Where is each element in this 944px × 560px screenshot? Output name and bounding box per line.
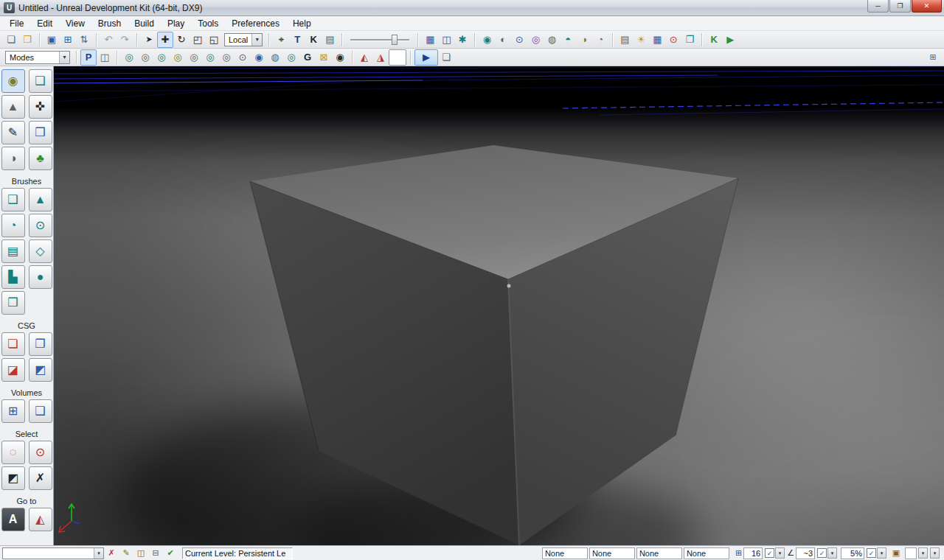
build-all-button[interactable]: ❐: [681, 32, 698, 48]
add-volume-button[interactable]: ⊞: [1, 399, 25, 423]
brush-clip-mode-button[interactable]: ◑: [1, 147, 25, 170]
build-cover-button[interactable]: ⊙: [665, 32, 681, 48]
csg-add-button[interactable]: ❏: [1, 332, 25, 356]
brush-cone-button[interactable]: ▲: [29, 188, 52, 211]
foliage-mode-button[interactable]: ♣: [29, 147, 52, 170]
maximize-viewport-button[interactable]: [389, 49, 406, 66]
build-lighting-button[interactable]: ☀: [633, 32, 649, 48]
view-group-6-button[interactable]: ◎: [202, 49, 218, 66]
scale-tool-button[interactable]: ◰: [190, 32, 206, 48]
build-geometry-button[interactable]: ▤: [617, 32, 633, 48]
static-mesh-mode-button[interactable]: ❒: [29, 121, 52, 144]
save-all-button[interactable]: ⊞: [60, 32, 76, 48]
build-status-button[interactable]: ▣: [889, 547, 903, 560]
scale-snap-field[interactable]: 5%: [841, 547, 864, 559]
split-horizontal-button[interactable]: ◫: [133, 547, 148, 560]
view-flag-3-button[interactable]: ⊙: [511, 32, 527, 48]
open-level-button[interactable]: ❒: [19, 32, 35, 48]
menu-play[interactable]: Play: [161, 17, 191, 30]
property-field-3[interactable]: None: [636, 547, 682, 559]
select-inside-button[interactable]: ◌: [1, 441, 25, 464]
realtime-toggle-button[interactable]: ◭: [356, 49, 372, 66]
csg-deintersect-button[interactable]: ◩: [29, 358, 52, 382]
brush-cylinder-button[interactable]: ⊙: [29, 214, 52, 237]
camera-mode-button[interactable]: ◉: [1, 69, 25, 93]
coordinate-system-select[interactable]: Local ▾: [224, 33, 263, 46]
clear-selection-button[interactable]: ✗: [104, 547, 119, 560]
show-flags-button[interactable]: ◉: [332, 49, 348, 66]
view-flag-7-button[interactable]: ◑: [576, 32, 592, 48]
menu-build[interactable]: Build: [128, 17, 161, 30]
brush-cube-button[interactable]: ❑: [1, 188, 25, 211]
stat-dropdown[interactable]: ▾: [918, 547, 928, 559]
lock-viewport-button[interactable]: ⊠: [316, 49, 332, 66]
rotate-tool-button[interactable]: ↻: [173, 32, 190, 48]
scale-snap-checkbox[interactable]: ✓: [867, 548, 876, 558]
select-touching-button[interactable]: ⊙: [29, 441, 52, 464]
split-view-button[interactable]: ◫: [97, 49, 113, 66]
viewport-3d[interactable]: [54, 66, 944, 545]
view-group-11-button[interactable]: ◎: [283, 49, 299, 66]
goto-builder-brush-button[interactable]: ◭: [29, 508, 52, 531]
view-group-1-button[interactable]: ◎: [121, 49, 137, 66]
csg-subtract-button[interactable]: ❐: [29, 332, 52, 356]
texture-align-mode-button[interactable]: ✜: [29, 95, 52, 119]
view-group-5-button[interactable]: ◎: [186, 49, 202, 66]
add-actor-button[interactable]: T: [289, 32, 305, 48]
game-view-button[interactable]: G: [299, 49, 316, 66]
view-group-9-button[interactable]: ◉: [251, 49, 267, 66]
content-browser-button[interactable]: ▤: [322, 32, 338, 48]
view-flag-5-button[interactable]: ◍: [544, 32, 560, 48]
select-invert-button[interactable]: ✗: [29, 466, 52, 490]
blocking-volume-button[interactable]: ❑: [29, 399, 52, 423]
brush-sphere-button[interactable]: ●: [29, 265, 52, 289]
menu-help[interactable]: Help: [286, 17, 318, 30]
build-paths-button[interactable]: ▦: [649, 32, 665, 48]
view-group-7-button[interactable]: ◎: [218, 49, 235, 66]
grid-size-field[interactable]: 16: [743, 547, 763, 559]
menu-edit[interactable]: Edit: [30, 17, 59, 30]
kismet-button[interactable]: K: [305, 32, 322, 48]
view-group-4-button[interactable]: ◎: [170, 49, 186, 66]
property-field-4[interactable]: None: [684, 547, 729, 559]
brush-volumetric-button[interactable]: ❒: [1, 291, 25, 315]
angle-snap-field[interactable]: ~3: [796, 547, 815, 559]
menu-preferences[interactable]: Preferences: [225, 17, 286, 30]
kismet-debug-button[interactable]: K: [706, 32, 722, 48]
new-level-button[interactable]: ❏: [3, 32, 19, 48]
angle-snap-checkbox[interactable]: ✓: [817, 548, 827, 558]
view-flag-2-button[interactable]: ◐: [495, 32, 511, 48]
menu-tools[interactable]: Tools: [191, 17, 225, 30]
property-field-1[interactable]: None: [542, 547, 588, 559]
generic-browser-button[interactable]: ▦: [422, 32, 438, 48]
stat-field[interactable]: [905, 547, 917, 559]
import-button[interactable]: ⇅: [76, 32, 92, 48]
play-in-viewport-button[interactable]: ▶: [414, 49, 438, 66]
grid-size-dropdown[interactable]: ▾: [775, 547, 785, 559]
view-group-8-button[interactable]: ⊙: [235, 49, 251, 66]
geometry-mode-button[interactable]: ❑: [29, 69, 52, 93]
view-group-2-button[interactable]: ◎: [137, 49, 153, 66]
level-check-button[interactable]: ✔: [163, 547, 178, 560]
mesh-paint-mode-button[interactable]: ✎: [1, 121, 25, 144]
maximize-button[interactable]: ❐: [889, 0, 911, 13]
view-group-10-button[interactable]: ◍: [267, 49, 283, 66]
view-flag-8-button[interactable]: ◔: [592, 32, 608, 48]
property-field-2[interactable]: None: [589, 547, 635, 559]
select-tool-button[interactable]: ➤: [141, 32, 157, 48]
camera-speed-slider[interactable]: [350, 33, 409, 46]
scale-snap-dropdown[interactable]: ▾: [877, 547, 886, 559]
view-group-3-button[interactable]: ◎: [153, 49, 170, 66]
close-button[interactable]: ✕: [912, 0, 942, 13]
view-flag-1-button[interactable]: ◉: [479, 32, 495, 48]
perspective-toggle-button[interactable]: P: [80, 49, 97, 66]
menu-brush[interactable]: Brush: [91, 17, 128, 30]
view-flag-6-button[interactable]: ◓: [560, 32, 576, 48]
brush-stair-button[interactable]: ▙: [1, 265, 25, 289]
menu-view[interactable]: View: [59, 17, 91, 30]
edit-properties-button[interactable]: ✎: [119, 547, 133, 560]
brush-sheet-button[interactable]: ▤: [1, 239, 25, 263]
select-replace-button[interactable]: ◩: [1, 466, 25, 490]
redo-button[interactable]: ↷: [117, 32, 133, 48]
brush-flat-sheet-button[interactable]: ◇: [29, 239, 52, 263]
